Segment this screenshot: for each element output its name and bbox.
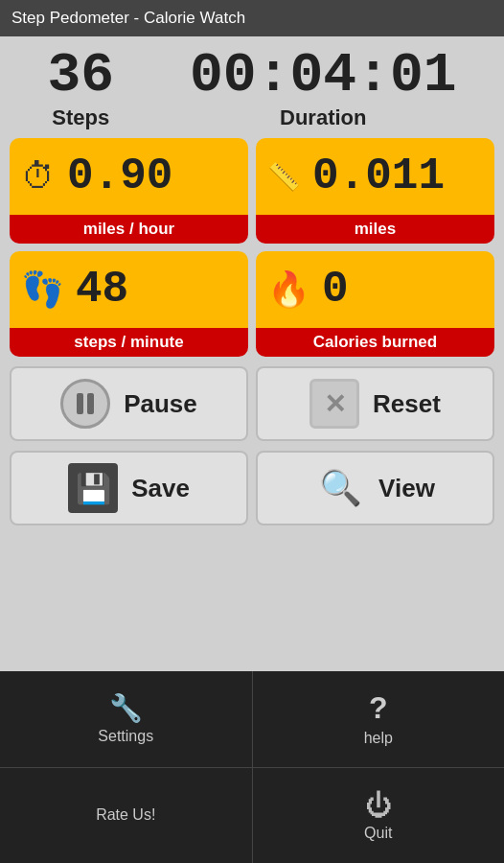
view-label: View — [378, 474, 435, 503]
reset-icon: ✕ — [309, 379, 359, 429]
duration-block: 00:04:01 Duration — [190, 48, 456, 130]
pace-card: 👣 48 steps / minute — [10, 251, 248, 357]
bottom-bar: 🔧 Settings ? help Rate Us! ⏻ Quit — [0, 671, 504, 863]
flame-icon: 🔥 — [267, 269, 310, 310]
distance-label: miles — [256, 215, 494, 244]
distance-icon: 📏 — [267, 161, 301, 193]
pause-icon — [60, 379, 110, 429]
pause-reset-row: Pause ✕ Reset — [10, 366, 494, 441]
pace-calories-row: 👣 48 steps / minute 🔥 0 Calories burned — [10, 251, 494, 357]
app-title: Step Pedometer - Calorie Watch — [11, 9, 245, 28]
rate-us-nav-item[interactable]: Rate Us! — [0, 768, 253, 864]
settings-icon: 🔧 — [109, 692, 143, 724]
bottom-row-1: 🔧 Settings ? help — [0, 671, 504, 767]
view-icon: 🔍 — [315, 463, 365, 513]
speed-card: ⏱ 0.90 miles / hour — [10, 138, 248, 244]
settings-nav-item[interactable]: 🔧 Settings — [0, 671, 253, 767]
reset-label: Reset — [373, 389, 441, 419]
title-bar: Step Pedometer - Calorie Watch — [0, 0, 504, 36]
quit-icon: ⏻ — [365, 789, 392, 821]
save-icon: 💾 — [68, 463, 118, 513]
pace-value: 48 — [76, 265, 128, 315]
help-icon: ? — [369, 690, 388, 726]
save-view-row: 💾 Save 🔍 View — [10, 451, 494, 525]
steps-label: Steps — [52, 105, 109, 130]
pause-button[interactable]: Pause — [10, 366, 248, 441]
view-button[interactable]: 🔍 View — [256, 451, 494, 525]
reset-button[interactable]: ✕ Reset — [256, 366, 494, 441]
steps-value: 36 — [47, 48, 114, 104]
calories-label: Calories burned — [256, 328, 494, 357]
pace-label: steps / minute — [10, 328, 248, 357]
rate-us-label: Rate Us! — [96, 806, 155, 824]
distance-card: 📏 0.011 miles — [256, 138, 494, 244]
settings-label: Settings — [98, 728, 153, 745]
calories-card: 🔥 0 Calories burned — [256, 251, 494, 357]
distance-value-box: 📏 0.011 — [256, 138, 494, 215]
duration-value: 00:04:01 — [190, 48, 456, 104]
speed-label: miles / hour — [10, 215, 248, 244]
pace-value-box: 👣 48 — [10, 251, 248, 328]
calories-value-box: 🔥 0 — [256, 251, 494, 328]
duration-label: Duration — [280, 105, 366, 130]
save-button[interactable]: 💾 Save — [10, 451, 248, 525]
distance-value: 0.011 — [312, 152, 445, 201]
speed-value: 0.90 — [67, 152, 172, 201]
speed-distance-row: ⏱ 0.90 miles / hour 📏 0.011 miles — [10, 138, 494, 244]
stats-row: 36 Steps 00:04:01 Duration — [10, 48, 494, 130]
help-nav-item[interactable]: ? help — [253, 671, 505, 767]
help-label: help — [364, 730, 393, 747]
quit-nav-item[interactable]: ⏻ Quit — [253, 768, 505, 864]
calories-value: 0 — [322, 265, 349, 315]
main-content: 36 Steps 00:04:01 Duration ⏱ 0.90 miles … — [0, 36, 504, 671]
steps-block: 36 Steps — [47, 48, 114, 130]
footsteps-icon: 👣 — [21, 269, 64, 310]
pause-label: Pause — [124, 389, 197, 419]
quit-label: Quit — [364, 825, 392, 842]
speed-value-box: ⏱ 0.90 — [10, 138, 248, 215]
speed-icon: ⏱ — [21, 156, 56, 197]
bottom-row-2: Rate Us! ⏻ Quit — [0, 768, 504, 864]
save-label: Save — [131, 474, 190, 503]
